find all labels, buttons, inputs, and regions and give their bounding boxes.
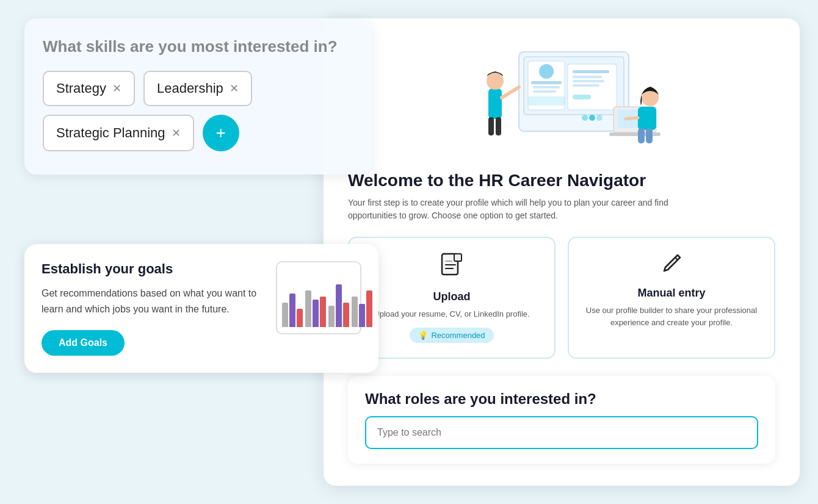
svg-rect-28 <box>638 128 645 143</box>
welcome-subtitle: Your first step is to create your profil… <box>348 196 702 222</box>
upload-description: Upload your resume, CV, or LinkedIn prof… <box>374 308 529 320</box>
chart-bar <box>366 290 372 327</box>
svg-rect-9 <box>573 70 609 73</box>
svg-point-14 <box>582 115 588 121</box>
tags-row-2: Strategic Planning ✕ + <box>43 115 354 151</box>
manual-entry-option-card[interactable]: Manual entry Use our profile builder to … <box>568 237 775 359</box>
skills-question: What skills are you most interested in? <box>43 37 354 57</box>
chart-bar <box>297 309 303 327</box>
svg-rect-12 <box>573 84 599 87</box>
svg-rect-13 <box>573 95 591 99</box>
svg-rect-10 <box>573 76 602 78</box>
svg-rect-6 <box>533 90 556 93</box>
chart-bar <box>305 290 311 327</box>
svg-rect-29 <box>646 128 653 143</box>
chart-bar <box>336 284 342 327</box>
chart-bar <box>359 304 365 327</box>
chart-group <box>305 290 326 327</box>
svg-rect-24 <box>609 132 661 136</box>
search-input-wrapper <box>365 416 758 449</box>
goals-card: Establish your goals Get recommendations… <box>24 244 378 373</box>
pencil-icon <box>661 253 682 279</box>
goals-content: Establish your goals Get recommendations… <box>42 261 361 356</box>
recommended-badge: 💡 Recommended <box>410 328 493 343</box>
svg-point-18 <box>487 73 504 90</box>
tag-leadership-remove[interactable]: ✕ <box>230 82 239 95</box>
svg-rect-7 <box>528 96 565 106</box>
add-skill-button[interactable]: + <box>203 115 239 151</box>
hero-illustration <box>348 37 775 159</box>
svg-point-16 <box>596 115 603 121</box>
svg-point-3 <box>539 64 554 79</box>
upload-title: Upload <box>433 290 471 303</box>
chart-group <box>352 290 372 327</box>
main-card: Welcome to the HR Career Navigator Your … <box>324 18 800 486</box>
chart-bar <box>313 300 319 327</box>
roles-title: What roles are you interested in? <box>365 391 758 408</box>
tag-strategy-label: Strategy <box>56 81 106 96</box>
svg-point-15 <box>589 115 595 121</box>
svg-rect-17 <box>488 88 502 119</box>
tag-strategic-planning-remove[interactable]: ✕ <box>172 126 181 140</box>
manual-title: Manual entry <box>637 287 705 300</box>
document-icon <box>441 253 463 283</box>
chart-bar <box>343 303 349 327</box>
svg-rect-21 <box>496 117 501 135</box>
svg-line-27 <box>626 118 638 119</box>
tag-leadership[interactable]: Leadership ✕ <box>143 71 252 106</box>
chart-group <box>328 284 349 327</box>
chart-group <box>282 293 303 327</box>
svg-line-19 <box>502 87 519 98</box>
chart-bar <box>352 297 358 327</box>
svg-rect-31 <box>454 254 461 261</box>
chart-bar <box>289 293 295 327</box>
manual-description: Use our profile builder to share your pr… <box>581 304 762 328</box>
svg-rect-26 <box>638 107 656 130</box>
goals-description: Get recommendations based on what you wa… <box>42 286 264 317</box>
goals-chart <box>276 261 361 334</box>
tags-row: Strategy ✕ Leadership ✕ <box>43 71 354 106</box>
options-row: Upload Upload your resume, CV, or Linked… <box>348 237 775 359</box>
welcome-title: Welcome to the HR Career Navigator <box>348 171 775 190</box>
roles-section: What roles are you interested in? <box>348 376 775 464</box>
lightbulb-icon: 💡 <box>418 331 428 340</box>
chart-bar <box>320 297 326 327</box>
svg-rect-11 <box>573 80 604 82</box>
goals-title: Establish your goals <box>42 261 264 277</box>
tag-strategy-remove[interactable]: ✕ <box>112 82 121 95</box>
add-goals-button[interactable]: Add Goals <box>42 330 125 356</box>
goals-text: Establish your goals Get recommendations… <box>42 261 264 356</box>
tag-strategic-planning[interactable]: Strategic Planning ✕ <box>43 115 194 151</box>
chart-bar <box>328 306 335 327</box>
svg-rect-20 <box>488 117 494 135</box>
tag-strategic-planning-label: Strategic Planning <box>56 125 165 141</box>
tag-leadership-label: Leadership <box>157 81 223 96</box>
svg-rect-4 <box>531 81 562 84</box>
upload-option-card[interactable]: Upload Upload your resume, CV, or Linked… <box>348 237 556 359</box>
tag-strategy[interactable]: Strategy ✕ <box>43 71 135 106</box>
chart-bar <box>282 303 288 327</box>
svg-rect-5 <box>533 86 560 88</box>
skills-card: What skills are you most interested in? … <box>24 18 372 175</box>
roles-search-input[interactable] <box>365 416 758 449</box>
